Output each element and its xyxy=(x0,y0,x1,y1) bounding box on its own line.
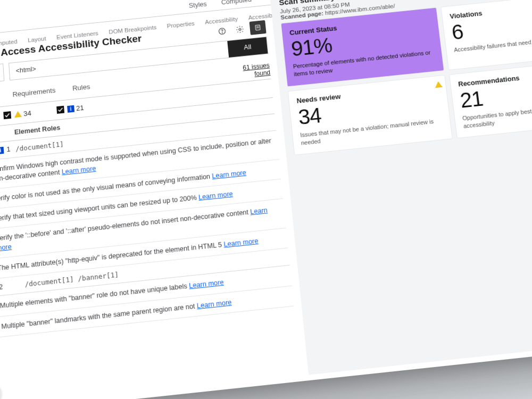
filter-needs-review[interactable]: 34 xyxy=(3,109,31,120)
svg-point-1 xyxy=(222,32,222,33)
learn-more-link[interactable]: Learn more xyxy=(196,298,232,310)
card-recommendations: i Recommendations 21 Opportunities to ap… xyxy=(450,59,532,138)
col-issues: Issues xyxy=(0,129,14,142)
svg-point-2 xyxy=(239,28,241,30)
card-current-status: Current Status 91% Percentage of element… xyxy=(281,8,444,86)
learn-more-link[interactable]: Learn more xyxy=(189,279,224,290)
subtab-rules[interactable]: Rules xyxy=(71,78,92,98)
info-icon: i xyxy=(0,146,4,154)
report-icon[interactable] xyxy=(250,20,267,35)
warning-icon xyxy=(435,81,443,88)
all-filter-button[interactable]: All xyxy=(227,37,268,57)
help-icon[interactable] xyxy=(213,24,230,39)
learn-more-link[interactable]: Learn more xyxy=(198,190,234,201)
info-icon: i xyxy=(67,105,74,112)
svg-rect-3 xyxy=(255,25,260,30)
scan-summary-panel: Scan summary July 26, 2023 at 08:50 PM S… xyxy=(270,0,532,375)
card-violations: Violations 6 Accessibility failures that… xyxy=(441,0,532,70)
devtools-tab-styles[interactable]: Styles xyxy=(181,0,214,14)
card-needs-review: Needs review 34 Issues that may not be a… xyxy=(288,75,452,155)
settings-icon[interactable] xyxy=(231,22,248,37)
issues-found-link[interactable]: 61 issuesfound xyxy=(242,60,271,81)
filter-recommendations[interactable]: i 21 xyxy=(56,104,84,114)
scan-split-button[interactable]: Scan xyxy=(0,63,4,86)
checker-panel: IBM Equal Access Accessibility Checker S… xyxy=(0,20,301,399)
scan-dropdown-toggle[interactable] xyxy=(0,63,4,82)
warning-icon xyxy=(14,111,22,118)
learn-more-link[interactable]: Learn more xyxy=(212,169,247,180)
learn-more-link[interactable]: Learn more xyxy=(61,165,96,176)
learn-more-link[interactable]: Learn more xyxy=(223,237,259,248)
